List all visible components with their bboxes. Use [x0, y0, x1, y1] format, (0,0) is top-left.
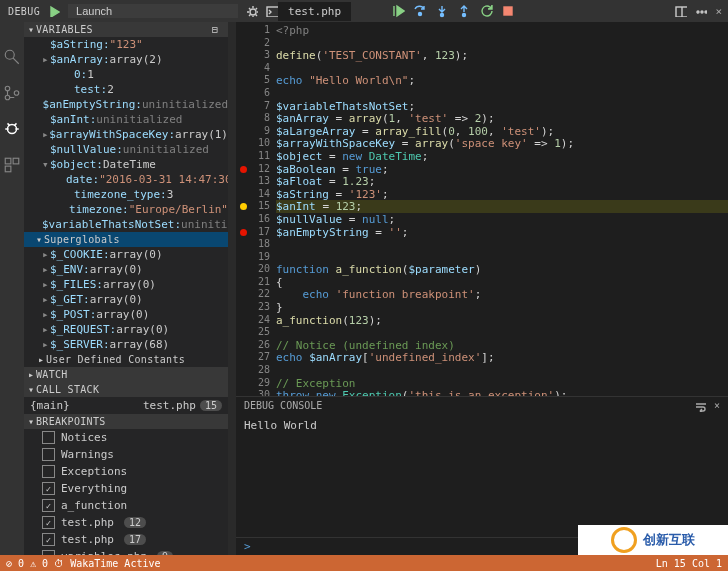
- sidebar-scrollbar[interactable]: [228, 22, 236, 555]
- svg-point-15: [14, 91, 19, 96]
- statusbar: ⊘ 0 ⚠ 0 ⏱ WakaTime Active Ln 15 Col 1: [0, 555, 728, 571]
- svg-rect-21: [5, 158, 11, 164]
- svg-point-3: [441, 14, 444, 17]
- clear-console-icon[interactable]: ×: [714, 400, 720, 412]
- svg-point-9: [701, 11, 703, 13]
- app-root: DEBUG test.php × ▾VARIABLES⊟: [0, 0, 728, 571]
- variable-row[interactable]: $variableThatsNotSet: uninitialized: [24, 217, 228, 232]
- status-right[interactable]: Ln 15 Col 1: [656, 558, 722, 569]
- superglobal-row[interactable]: ▸$_GET: array(0): [24, 292, 228, 307]
- checkbox[interactable]: [42, 516, 55, 529]
- step-into-icon[interactable]: [435, 4, 449, 18]
- launch-config-select[interactable]: [68, 4, 238, 18]
- svg-rect-22: [13, 158, 19, 164]
- gutter[interactable]: 1234567891011121314151617181920212223242…: [236, 22, 276, 396]
- watermark-text: 创新互联: [643, 531, 695, 549]
- superglobal-row[interactable]: ▸$_POST: array(0): [24, 307, 228, 322]
- editor-tab[interactable]: test.php: [278, 2, 351, 21]
- svg-point-14: [5, 95, 10, 100]
- section-watch[interactable]: ▸WATCH: [24, 367, 228, 382]
- checkbox[interactable]: [42, 465, 55, 478]
- variable-row[interactable]: $aString: "123": [24, 37, 228, 52]
- more-icon[interactable]: [695, 5, 707, 17]
- gear-icon[interactable]: [246, 5, 258, 17]
- restart-icon[interactable]: [479, 4, 493, 18]
- svg-point-16: [8, 125, 17, 134]
- svg-point-11: [5, 50, 14, 59]
- superglobal-row[interactable]: ▸$_FILES: array(0): [24, 277, 228, 292]
- debug-console-header[interactable]: DEBUG CONSOLE ×: [236, 397, 728, 415]
- superglobal-row[interactable]: ▸$_COOKIE: array(0): [24, 247, 228, 262]
- breakpoint-row[interactable]: Exceptions: [24, 463, 228, 480]
- variables-tree[interactable]: $aString: "123"▸$anArray: array(2)0: 1te…: [24, 37, 228, 232]
- superglobals-tree[interactable]: ▸$_COOKIE: array(0)▸$_ENV: array(0)▸$_FI…: [24, 247, 228, 352]
- close-icon[interactable]: ×: [715, 5, 722, 18]
- start-debug-icon[interactable]: [48, 5, 60, 17]
- variable-row[interactable]: ▸$anArray: array(2): [24, 52, 228, 67]
- svg-line-20: [14, 123, 16, 125]
- svg-point-8: [697, 11, 699, 13]
- code-editor[interactable]: 1234567891011121314151617181920212223242…: [236, 22, 728, 396]
- variable-row[interactable]: 0: 1: [24, 67, 228, 82]
- variable-row[interactable]: test: 2: [24, 82, 228, 97]
- section-variables[interactable]: ▾VARIABLES⊟: [24, 22, 228, 37]
- variable-row[interactable]: ▸$arrayWithSpaceKey: array(1): [24, 127, 228, 142]
- breakpoint-row[interactable]: Everything: [24, 480, 228, 497]
- debug-label: DEBUG: [8, 6, 40, 17]
- superglobal-row[interactable]: ▸$_SERVER: array(68): [24, 337, 228, 352]
- wrap-icon[interactable]: [694, 400, 706, 412]
- breakpoint-row[interactable]: a_function: [24, 497, 228, 514]
- debug-console-output: Hello World: [236, 415, 728, 537]
- status-left[interactable]: ⊘ 0 ⚠ 0 ⏱ WakaTime Active: [6, 558, 161, 569]
- section-callstack[interactable]: ▾CALL STACK: [24, 382, 228, 397]
- svg-point-10: [705, 11, 707, 13]
- variable-row[interactable]: timezone_type: 3: [24, 187, 228, 202]
- watermark: 创新互联: [578, 525, 728, 555]
- activity-bar: [0, 22, 24, 555]
- variable-row[interactable]: $anInt: uninitialized: [24, 112, 228, 127]
- breakpoint-row[interactable]: test.php12: [24, 514, 228, 531]
- continue-icon[interactable]: [391, 4, 405, 18]
- svg-line-12: [13, 58, 19, 64]
- svg-rect-5: [504, 7, 512, 15]
- breakpoint-row[interactable]: Warnings: [24, 446, 228, 463]
- split-editor-icon[interactable]: [675, 5, 687, 17]
- checkbox[interactable]: [42, 499, 55, 512]
- callstack-frame[interactable]: {main} test.php15: [24, 397, 228, 414]
- console-icon[interactable]: [266, 5, 278, 17]
- svg-rect-23: [5, 166, 11, 172]
- checkbox[interactable]: [42, 533, 55, 546]
- collapse-icon[interactable]: ⊟: [212, 24, 224, 35]
- superglobal-row[interactable]: ▸$_ENV: array(0): [24, 262, 228, 277]
- section-udc[interactable]: ▸User Defined Constants: [24, 352, 228, 367]
- section-breakpoints[interactable]: ▾BREAKPOINTS: [24, 414, 228, 429]
- breakpoint-row[interactable]: variables.php9: [24, 548, 228, 555]
- debug-activity-icon[interactable]: [3, 120, 21, 138]
- svg-rect-1: [267, 7, 278, 17]
- variable-row[interactable]: timezone: "Europe/Berlin": [24, 202, 228, 217]
- breakpoint-row[interactable]: Notices: [24, 429, 228, 446]
- step-out-icon[interactable]: [457, 4, 471, 18]
- extensions-icon[interactable]: [3, 156, 21, 174]
- svg-point-0: [250, 9, 256, 15]
- code-body[interactable]: <?phpdefine('TEST_CONSTANT', 123);echo "…: [276, 22, 728, 396]
- variable-row[interactable]: $anEmptyString: uninitialized: [24, 97, 228, 112]
- variable-row[interactable]: $nullValue: uninitialized: [24, 142, 228, 157]
- checkbox[interactable]: [42, 482, 55, 495]
- stop-icon[interactable]: [501, 4, 515, 18]
- section-superglobals[interactable]: ▾Superglobals: [24, 232, 228, 247]
- scm-icon[interactable]: [3, 84, 21, 102]
- svg-point-4: [463, 14, 466, 17]
- superglobal-row[interactable]: ▸$_REQUEST: array(0): [24, 322, 228, 337]
- checkbox[interactable]: [42, 448, 55, 461]
- variable-row[interactable]: ▾$object: DateTime: [24, 157, 228, 172]
- svg-point-13: [5, 86, 10, 91]
- editor-area: 1234567891011121314151617181920212223242…: [236, 22, 728, 555]
- breakpoints-list[interactable]: NoticesWarningsExceptionsEverythinga_fun…: [24, 429, 228, 555]
- search-icon[interactable]: [3, 48, 21, 66]
- checkbox[interactable]: [42, 431, 55, 444]
- step-over-icon[interactable]: [413, 4, 427, 18]
- debug-sidebar: ▾VARIABLES⊟ $aString: "123"▸$anArray: ar…: [24, 22, 228, 555]
- variable-row[interactable]: date: "2016-03-31 14:47:30.000000": [24, 172, 228, 187]
- breakpoint-row[interactable]: test.php17: [24, 531, 228, 548]
